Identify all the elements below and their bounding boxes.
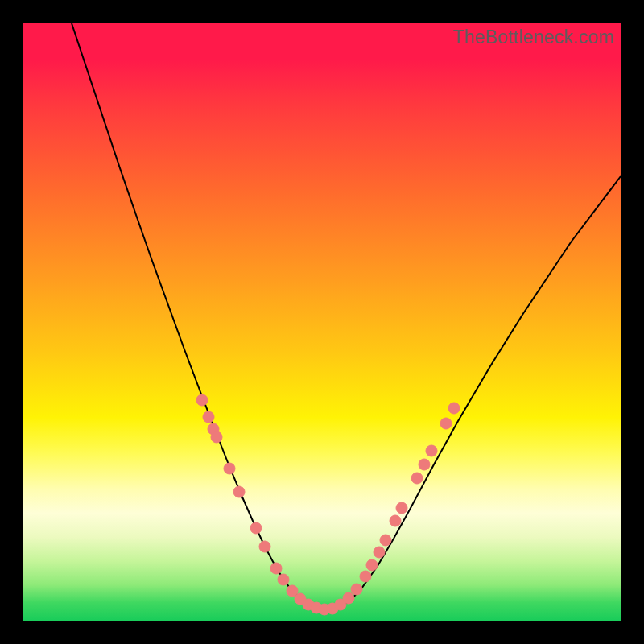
- data-dot: [411, 473, 423, 484]
- data-dot: [366, 559, 378, 571]
- data-dot: [426, 445, 437, 456]
- data-dot: [250, 522, 262, 534]
- data-dot: [278, 574, 289, 585]
- data-dot: [440, 418, 452, 429]
- data-dot: [196, 394, 208, 406]
- bottleneck-curve-path: [72, 23, 621, 609]
- data-dots: [196, 394, 460, 615]
- bottleneck-chart: [23, 23, 621, 621]
- data-dot: [448, 402, 460, 414]
- data-dot: [343, 592, 354, 604]
- data-dot: [224, 463, 235, 474]
- data-dot: [390, 515, 401, 526]
- data-dot: [270, 563, 282, 574]
- data-dot: [203, 411, 214, 423]
- data-dot: [259, 541, 270, 552]
- data-dot: [360, 571, 371, 582]
- chart-frame: TheBottleneck.com: [0, 0, 644, 644]
- data-dot: [396, 502, 407, 514]
- data-dot: [351, 584, 362, 595]
- data-dot: [211, 431, 222, 443]
- data-dot: [419, 459, 430, 470]
- plot-area: TheBottleneck.com: [23, 23, 621, 621]
- data-dot: [380, 535, 391, 546]
- data-dot: [374, 547, 385, 558]
- data-dot: [233, 486, 245, 497]
